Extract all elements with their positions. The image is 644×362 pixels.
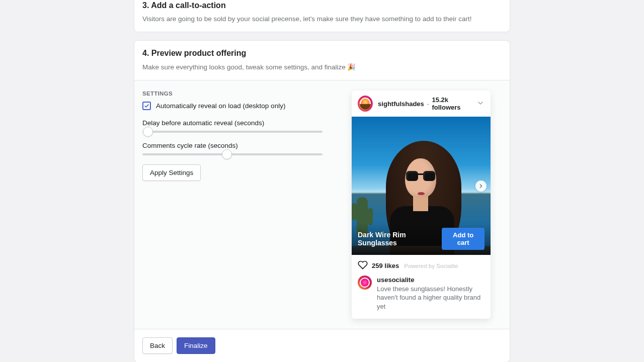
- comment-body: usesocialite Love these sunglasses! Hone…: [377, 276, 485, 311]
- powered-by: Powered by Socialite: [404, 263, 458, 269]
- auto-reveal-row: Automatically reveal on load (desktop on…: [142, 102, 344, 110]
- delay-slider[interactable]: [142, 131, 323, 133]
- profile-followers: 15.2k followers: [432, 96, 471, 111]
- cycle-slider-block: Comments cycle rate (seconds): [142, 142, 344, 155]
- heart-icon[interactable]: [358, 260, 368, 272]
- delay-label: Delay before automatic reveal (seconds): [142, 119, 344, 127]
- profile-avatar[interactable]: [358, 96, 373, 112]
- social-photo: Dark Wire Rim Sunglasses Add to cart: [352, 117, 491, 255]
- commenter-avatar[interactable]: [358, 276, 372, 290]
- delay-slider-block: Delay before automatic reveal (seconds): [142, 119, 344, 133]
- auto-reveal-label: Automatically reveal on load (desktop on…: [156, 102, 285, 110]
- step3-desc: Visitors are going to be sold by your so…: [142, 15, 502, 23]
- step4-head: 4. Preview product offering Make sure ev…: [134, 41, 510, 80]
- settings-heading: SETTINGS: [142, 90, 344, 97]
- photo-overlay: Dark Wire Rim Sunglasses Add to cart: [352, 223, 491, 255]
- cycle-slider[interactable]: [142, 153, 323, 155]
- auto-reveal-checkbox[interactable]: [142, 102, 151, 110]
- cycle-slider-thumb[interactable]: [222, 149, 232, 159]
- add-to-cart-button[interactable]: Add to cart: [442, 228, 485, 250]
- finalize-button[interactable]: Finalize: [177, 337, 215, 354]
- next-photo-button[interactable]: [475, 180, 487, 192]
- delay-slider-thumb[interactable]: [143, 127, 153, 137]
- step4-desc: Make sure everything looks good, tweak s…: [142, 63, 502, 71]
- settings-panel: SETTINGS Automatically reveal on load (d…: [134, 80, 352, 329]
- preview-panel: sightfulshades · 15.2k followers: [352, 80, 510, 329]
- social-header: sightfulshades · 15.2k followers: [352, 90, 491, 117]
- comment-row: usesocialite Love these sunglasses! Hone…: [352, 272, 491, 319]
- check-icon: [144, 103, 149, 109]
- separator: ·: [427, 100, 429, 108]
- likes-row: 259 likes Powered by Socialite: [352, 255, 491, 272]
- profile-info: sightfulshades · 15.2k followers: [378, 96, 471, 111]
- profile-username[interactable]: sightfulshades: [378, 100, 424, 108]
- comment-text: Love these sunglasses! Honestly haven't …: [377, 285, 480, 310]
- step3-title: 3. Add a call-to-action: [142, 0, 502, 10]
- back-button[interactable]: Back: [142, 337, 173, 354]
- product-name: Dark Wire Rim Sunglasses: [358, 231, 442, 247]
- chevron-right-icon: [478, 183, 484, 189]
- step4-card: 4. Preview product offering Make sure ev…: [134, 40, 510, 362]
- social-card: sightfulshades · 15.2k followers: [352, 90, 491, 319]
- commenter-name[interactable]: usesocialite: [377, 276, 414, 284]
- step4-body: SETTINGS Automatically reveal on load (d…: [134, 80, 510, 329]
- likes-count: 259 likes: [372, 262, 399, 269]
- step4-title: 4. Preview product offering: [142, 49, 502, 58]
- cycle-label: Comments cycle rate (seconds): [142, 142, 344, 149]
- apply-settings-button[interactable]: Apply Settings: [142, 164, 201, 181]
- step3-card: 3. Add a call-to-action Visitors are goi…: [134, 0, 510, 32]
- chevron-down-icon[interactable]: [476, 99, 485, 109]
- card-footer: Back Finalize: [134, 329, 510, 362]
